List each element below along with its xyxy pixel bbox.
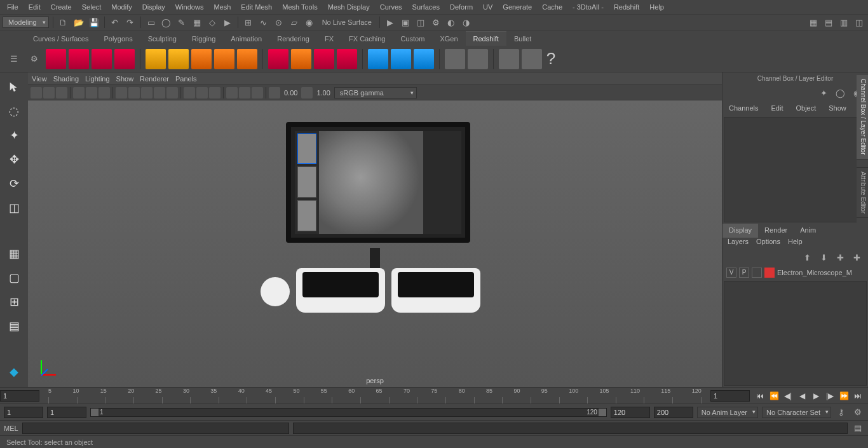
menu-curves[interactable]: Curves [376, 1, 407, 13]
redshift-bake2-icon[interactable] [468, 49, 488, 69]
paint-select-tool[interactable]: ✦ [3, 125, 25, 146]
panel-light-icon[interactable] [154, 87, 165, 98]
open-scene-icon[interactable]: 📂 [72, 16, 85, 29]
redshift-pr3-icon[interactable] [414, 49, 434, 69]
panel-menu-renderer[interactable]: Renderer [140, 75, 169, 83]
snap-live-icon[interactable]: ◉ [303, 16, 316, 29]
snap-point-icon[interactable]: ⊙ [273, 16, 285, 29]
channel-tab-object[interactable]: Object [789, 102, 822, 116]
live-surface-label[interactable]: No Live Surface [318, 16, 376, 29]
select-mode-icon[interactable]: ▭ [145, 16, 158, 29]
panel-exposure-value[interactable]: 0.00 [281, 89, 300, 97]
snap-grid-icon[interactable]: ⊞ [242, 16, 255, 29]
panel-gate-icon[interactable] [86, 87, 97, 98]
lasso-icon[interactable]: ◯ [160, 16, 173, 29]
shelf-tab-custom[interactable]: Custom [393, 32, 433, 46]
menu-mesh-display[interactable]: Mesh Display [323, 1, 374, 13]
channel-tab-edit[interactable]: Edit [764, 102, 789, 116]
panel-layout4-icon[interactable]: ◫ [853, 16, 865, 29]
snap-curve-icon[interactable]: ∿ [257, 16, 270, 29]
color-space-dropdown[interactable]: sRGB gamma [334, 87, 417, 98]
redshift-blob-icon[interactable] [314, 49, 334, 69]
layer-type-box[interactable] [752, 268, 762, 278]
layer-move-down-icon[interactable]: ⬇ [817, 252, 830, 264]
hilite-icon[interactable]: ◇ [206, 16, 219, 29]
redshift-light2-icon[interactable] [214, 49, 234, 69]
layer-playback-toggle[interactable]: P [739, 268, 749, 278]
range-out-input[interactable] [611, 407, 650, 418]
shelf-tab-fx-caching[interactable]: FX Caching [341, 32, 393, 46]
play-forward-button[interactable]: ▶ [810, 390, 822, 402]
lasso-tool[interactable]: ◌ [3, 100, 25, 122]
shelf-tab-rigging[interactable]: Rigging [184, 32, 223, 46]
goto-start-button[interactable]: ⏮ [754, 390, 766, 402]
menu-redshift[interactable]: Redshift [609, 1, 644, 13]
panel-res-icon[interactable] [98, 87, 110, 98]
channel-tab-show[interactable]: Show [822, 102, 853, 116]
new-scene-icon[interactable]: 🗋 [57, 16, 70, 29]
autokey-icon[interactable]: ⚷ [835, 406, 848, 419]
layer-color-swatch[interactable] [764, 268, 775, 278]
panel-wire-icon[interactable] [116, 87, 127, 98]
layer-opt-help[interactable]: Help [788, 238, 803, 250]
shelf-tab-animation[interactable]: Animation [223, 32, 269, 46]
shelf-tab-polygons[interactable]: Polygons [96, 32, 140, 46]
panel-expose1-icon[interactable] [269, 87, 280, 98]
menu-modify[interactable]: Modify [107, 1, 136, 13]
goto-end-button[interactable]: ⏭ [851, 390, 864, 402]
panel-xray-icon[interactable] [196, 87, 208, 98]
range-in-input[interactable] [47, 407, 86, 418]
layer-tab-display[interactable]: Display [722, 224, 758, 238]
shelf-tab-bullet[interactable]: Bullet [506, 32, 539, 46]
panel-tex-icon[interactable] [141, 87, 153, 98]
timeline-ruler[interactable]: 5101520253035404550556065707580859095100… [42, 388, 708, 404]
prefs-icon[interactable]: ⚙ [851, 406, 864, 419]
hypershade-icon[interactable]: ◐ [445, 16, 458, 29]
shelf-tab-xgen[interactable]: XGen [432, 32, 465, 46]
script-editor-icon[interactable]: ▤ [851, 422, 864, 435]
save-scene-icon[interactable]: 💾 [88, 16, 100, 29]
mask-icon[interactable]: ▦ [191, 16, 203, 29]
shelf-tab-rendering[interactable]: Rendering [269, 32, 317, 46]
menu-file[interactable]: File [3, 1, 23, 13]
shelf-tab-fx[interactable]: FX [317, 32, 341, 46]
render-icon[interactable]: ▶ [384, 16, 397, 29]
menu-windows[interactable]: Windows [171, 1, 208, 13]
redshift-rv-icon[interactable] [46, 49, 66, 69]
layer-tab-anim[interactable]: Anim [794, 224, 822, 238]
redshift-ipr-icon[interactable] [92, 49, 112, 69]
panel-menu-panels[interactable]: Panels [175, 75, 197, 83]
redshift-light3-icon[interactable] [237, 49, 257, 69]
move-tool[interactable]: ✥ [3, 149, 25, 170]
redshift-hair-icon[interactable] [291, 49, 311, 69]
layer-opt-layers[interactable]: Layers [728, 238, 749, 250]
undo-icon[interactable]: ↶ [109, 16, 121, 29]
redshift-script-icon[interactable] [499, 49, 519, 69]
command-language-label[interactable]: MEL [4, 424, 18, 432]
menu-edit-mesh[interactable]: Edit Mesh [236, 1, 276, 13]
menu-uv[interactable]: UV [478, 1, 497, 13]
menu-create[interactable]: Create [46, 1, 76, 13]
menu-edit[interactable]: Edit [24, 1, 45, 13]
redshift-render-icon[interactable] [69, 49, 89, 69]
layout-single-icon[interactable]: ▢ [3, 267, 25, 288]
channel-tab-channels[interactable]: Channels [722, 102, 764, 116]
select-tool[interactable] [3, 76, 25, 98]
panel-dof-icon[interactable] [252, 87, 263, 98]
menu-mesh[interactable]: Mesh [209, 1, 235, 13]
menu-surfaces[interactable]: Surfaces [408, 1, 444, 13]
anim-layer-dropdown[interactable]: No Anim Layer [697, 407, 758, 418]
viewport[interactable]: persp [28, 100, 722, 387]
snap-plane-icon[interactable]: ▱ [288, 16, 301, 29]
command-input[interactable] [22, 423, 289, 434]
redshift-pr1-icon[interactable] [368, 49, 388, 69]
redshift-env-icon[interactable] [268, 49, 288, 69]
sidetab-attreditor[interactable]: Attribute Editor [857, 168, 868, 218]
key-forward-button[interactable]: |▶ [824, 390, 836, 402]
workspace-dropdown[interactable]: Modeling [3, 17, 49, 28]
time-slider[interactable]: 5101520253035404550556065707580859095100… [0, 387, 868, 404]
layer-visible-toggle[interactable]: V [726, 268, 736, 278]
range-start-input[interactable] [4, 407, 43, 418]
layer-row[interactable]: V P Electron_Microscope_M [722, 266, 868, 280]
key-back-button[interactable]: ◀| [782, 390, 794, 402]
